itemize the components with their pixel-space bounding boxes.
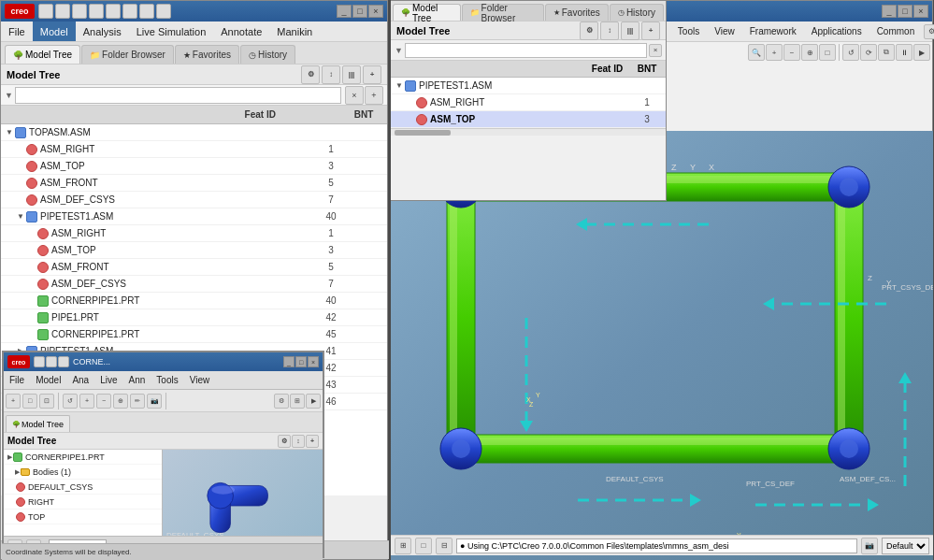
mini-tree-cornerpipe[interactable]: ▶ CORNERPIPE1.PRT [4,450,162,465]
mini-menu-ana[interactable]: Ana [66,374,94,386]
second-toolbar-icon-9[interactable]: ⏸ [896,44,912,61]
mini-minimize-btn[interactable]: _ [283,356,295,367]
menu-manikin[interactable]: Manikin [269,22,320,41]
tree-expand-icon[interactable]: ↕ [322,65,340,84]
second-tree-asm-top[interactable]: ASM_TOP 3 [391,111,666,128]
mini-close-btn[interactable]: × [308,356,319,367]
tree-item-pipetest1-1[interactable]: ▼ PIPETEST1.ASM 40 [1,208,387,225]
second-toolbar-icon-10[interactable]: ▶ [913,44,930,61]
second-menu-icon-1[interactable]: ⚙ [924,24,934,39]
second-search-input[interactable] [405,43,647,58]
menu-file[interactable]: File [1,22,33,41]
second-menu-view[interactable]: View [707,22,742,41]
mini-tb-more-2[interactable]: ⊞ [290,394,305,409]
tree-item-cornerpipe1-1[interactable]: CORNERPIPE1.PRT 40 [1,293,387,309]
mini-tree-icon-3[interactable]: + [306,435,319,448]
menu-analysis[interactable]: Analysis [76,22,129,41]
mini-tree-bodies[interactable]: ▶ Bodies (1) [4,465,162,480]
second-tab-favorites[interactable]: ★ Favorites [545,4,609,21]
viewport-cam-icon[interactable]: 📷 [861,538,878,554]
mini-viewport[interactable]: DEFAULT_CSYS [163,450,323,543]
tree-item-asm-def-csys-2[interactable]: ASM_DEF_CSYS 7 [1,276,387,293]
mini-menu-tools[interactable]: Tools [151,374,183,386]
tree-item-asm-top-1[interactable]: ASM_TOP 3 [1,158,387,175]
mini-tb-3[interactable]: ⊡ [39,394,54,409]
tree-item-asm-def-csys-1[interactable]: ASM_DEF_CSYS 7 [1,192,387,208]
mini-tb-more-3[interactable]: ▶ [306,394,321,409]
toolbar-icon-2[interactable] [55,4,70,19]
mini-maximize-btn[interactable]: □ [295,356,307,367]
mini-tb-1[interactable]: + [6,394,21,409]
second-tree-expand-icon[interactable]: ↕ [600,22,619,40]
mini-tb-7[interactable]: ⊕ [113,394,128,409]
second-toolbar-icon-7[interactable]: ⟳ [860,44,877,61]
second-toolbar-icon-2[interactable]: + [766,44,783,61]
second-search-clear[interactable]: × [649,44,662,57]
mini-tb-6[interactable]: − [96,394,111,409]
viewport-icon-2[interactable]: □ [415,538,432,554]
tree-item-asm-top-2[interactable]: ASM_TOP 3 [1,242,387,259]
tree-item-pipe1-1[interactable]: PIPE1.PRT 42 [1,309,387,326]
scrollbar-thumb[interactable] [395,130,451,136]
tree-item-asm-front-1[interactable]: ASM_FRONT 5 [1,175,387,192]
tree-item-cornerpipe1-2[interactable]: CORNERPIPE1.PRT 45 [1,326,387,343]
second-tab-model-tree[interactable]: 🌳 Model Tree [393,4,461,21]
tree-settings-icon[interactable]: ⚙ [301,65,320,84]
second-menu-common[interactable]: Common [869,22,923,41]
minimize-button[interactable]: _ [337,5,352,18]
tree-columns-icon[interactable]: ||| [342,65,361,84]
second-toolbar-icon-4[interactable]: ⊕ [801,44,818,61]
toolbar-icon-1[interactable] [38,4,53,19]
mini-tb-more-1[interactable]: ⚙ [274,394,289,409]
second-toolbar-icon-6[interactable]: ↺ [842,44,859,61]
search-input[interactable] [15,87,341,104]
toolbar-icon-3[interactable] [72,4,87,19]
mini-tree-right[interactable]: RIGHT [4,495,162,510]
second-minimize-button[interactable]: _ [882,5,897,18]
viewport-icon-1[interactable]: ⊞ [395,538,411,554]
mini-icon-1[interactable] [34,356,45,367]
menu-live-simulation[interactable]: Live Simulation [129,22,214,41]
close-button[interactable]: × [368,5,383,18]
mini-tb-9[interactable]: 📷 [147,394,162,409]
tree-item-asm-right-1[interactable]: ASM_RIGHT 1 [1,141,387,158]
mini-menu-model[interactable]: Model [30,374,66,386]
second-toolbar-icon-8[interactable]: ⧉ [878,44,895,61]
mini-menu-view[interactable]: View [184,374,216,386]
menu-annotate[interactable]: Annotate [213,22,269,41]
viewport-icon-3[interactable]: ⊟ [436,538,453,554]
menu-model[interactable]: Model [33,22,76,41]
mini-icon-3[interactable] [58,356,69,367]
second-toolbar-icon-1[interactable]: 🔍 [748,44,765,61]
second-tree-col-icon[interactable]: ||| [621,22,639,40]
mini-tb-5[interactable]: + [79,394,94,409]
mini-tree-top[interactable]: TOP [4,510,162,524]
second-menu-applications[interactable]: Applications [804,22,869,41]
viewport-select[interactable]: Default [882,538,929,554]
tree-item-asm-front-2[interactable]: ASM_FRONT 5 [1,259,387,276]
toolbar-icon-4[interactable] [89,4,104,19]
tab-folder-browser[interactable]: 📁 Folder Browser [81,45,174,64]
maximize-button[interactable]: □ [352,5,367,18]
mini-menu-file[interactable]: File [4,374,30,386]
tree-add-icon[interactable]: + [363,65,381,84]
tree-item-asm-right-2[interactable]: ASM_RIGHT 1 [1,225,387,242]
tree-item-topasm[interactable]: ▼ TOPASM.ASM [1,124,387,141]
toolbar-icon-7[interactable] [139,4,154,19]
mini-menu-ann[interactable]: Ann [123,374,151,386]
mini-tree-icon-2[interactable]: ↕ [292,435,305,448]
tab-model-tree[interactable]: 🌳 Model Tree [5,45,80,64]
tab-history[interactable]: ◷ History [240,45,295,64]
second-menu-framework[interactable]: Framework [742,22,804,41]
mini-tab-model-tree[interactable]: 🌳 Model Tree [6,415,70,432]
second-tab-history[interactable]: ◷ History [610,4,664,21]
second-maximize-button[interactable]: □ [898,5,912,18]
second-tree-pipetest1[interactable]: ▼ PIPETEST1.ASM [391,78,666,94]
mini-tree-def-csys[interactable]: DEFAULT_CSYS [4,480,162,495]
viewport-address-input[interactable] [456,538,857,553]
second-tree-add-icon[interactable]: + [641,22,660,40]
second-tree-scrollbar[interactable] [391,128,666,136]
mini-tb-2[interactable]: □ [22,394,37,409]
second-menu-tools[interactable]: Tools [670,22,707,41]
mini-tb-8[interactable]: ✏ [130,394,145,409]
